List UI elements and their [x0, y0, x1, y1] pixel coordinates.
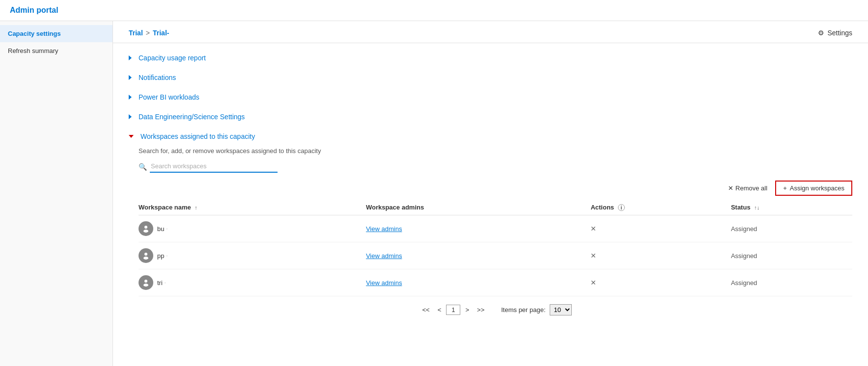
svg-point-5: [143, 284, 148, 287]
col-header-status: Status ↑↓: [731, 200, 852, 215]
workspace-name-cell: pp ·: [139, 248, 360, 263]
cell-name-bu: bu ·: [139, 215, 366, 242]
assign-label: Assign workspaces: [790, 184, 844, 192]
main-content: Trial > Trial- ⚙ Settings Capacity usage…: [113, 21, 868, 366]
section-header-power-bi-workloads[interactable]: Power BI workloads: [129, 88, 852, 106]
col-label-status: Status: [731, 204, 751, 211]
status-badge-pp: Assigned: [731, 252, 757, 260]
breadcrumb: Trial > Trial-: [129, 29, 169, 37]
cell-admins-tri: View admins: [366, 269, 590, 296]
search-row: 🔍: [139, 160, 852, 173]
section-header-capacity-usage-report[interactable]: Capacity usage report: [129, 49, 852, 67]
col-header-actions: Actions i: [590, 200, 730, 215]
search-input[interactable]: [150, 160, 278, 173]
sidebar-item-capacity-settings[interactable]: Capacity settings: [0, 25, 112, 42]
svg-point-2: [144, 253, 147, 256]
col-header-admins: Workspace admins: [366, 200, 590, 215]
workspace-name-cell: tri ·: [139, 275, 360, 290]
avatar: [139, 275, 153, 290]
pagination-next-button[interactable]: >: [462, 305, 472, 314]
cell-actions-tri: ✕: [590, 269, 730, 296]
svg-point-1: [143, 230, 148, 233]
section-header-workspaces-assigned[interactable]: Workspaces assigned to this capacity: [129, 128, 852, 145]
chevron-right-icon: [129, 114, 132, 119]
pagination-first-button[interactable]: <<: [419, 305, 432, 314]
section-label-workspaces-assigned: Workspaces assigned to this capacity: [140, 132, 255, 140]
cell-admins-pp: View admins: [366, 242, 590, 269]
sidebar: Capacity settings Refresh summary: [0, 21, 113, 366]
items-per-page-select[interactable]: 10 25 50: [550, 304, 572, 315]
chevron-right-icon: [129, 55, 132, 60]
view-admins-link-tri[interactable]: View admins: [366, 279, 402, 287]
search-icon: 🔍: [139, 163, 147, 171]
section-header-data-engineering[interactable]: Data Engineering/Science Settings: [129, 108, 852, 126]
section-label-notifications: Notifications: [139, 74, 176, 81]
svg-point-3: [143, 257, 148, 260]
sort-icon-name[interactable]: ↑: [195, 205, 197, 210]
pagination-prev-button[interactable]: <: [435, 305, 445, 314]
col-header-name: Workspace name ↑: [139, 200, 366, 215]
workspace-dot: ·: [166, 253, 168, 259]
app-title: Admin portal: [10, 6, 58, 14]
view-admins-link-pp[interactable]: View admins: [366, 252, 402, 260]
svg-point-4: [144, 280, 147, 283]
remove-all-label: Remove all: [735, 184, 767, 192]
cell-actions-bu: ✕: [590, 215, 730, 242]
sidebar-label-refresh-summary: Refresh summary: [8, 47, 58, 54]
table-header: Workspace name ↑ Workspace admins Action…: [139, 200, 852, 215]
sections-container: Capacity usage report Notifications Powe…: [113, 43, 868, 341]
sort-icon-status[interactable]: ↑↓: [754, 205, 759, 210]
items-per-page-label: Items per page:: [501, 306, 545, 314]
avatar: [139, 221, 153, 236]
pagination-last-button[interactable]: >>: [474, 305, 487, 314]
workspace-description: Search for, add, or remove workspaces as…: [139, 147, 852, 155]
cell-name-tri: tri ·: [139, 269, 366, 296]
gear-icon: ⚙: [818, 29, 824, 37]
pagination-row: << < 1 > >> Items per page: 10 25 50: [139, 296, 852, 323]
section-capacity-usage-report: Capacity usage report: [129, 49, 852, 67]
breadcrumb-separator: >: [146, 29, 150, 37]
settings-label: Settings: [827, 29, 852, 37]
top-bar: Admin portal: [0, 0, 868, 21]
remove-workspace-icon-tri[interactable]: ✕: [590, 279, 596, 287]
chevron-down-icon: [129, 135, 134, 138]
info-icon: i: [618, 204, 625, 211]
remove-workspace-icon-pp[interactable]: ✕: [590, 252, 596, 260]
section-data-engineering: Data Engineering/Science Settings: [129, 108, 852, 126]
toolbar-row: ✕ Remove all + Assign workspaces: [129, 181, 852, 196]
pagination-current-page: 1: [446, 305, 460, 315]
sidebar-label-capacity-settings: Capacity settings: [8, 30, 61, 37]
remove-all-button[interactable]: ✕ Remove all: [728, 184, 767, 192]
breadcrumb-current[interactable]: Trial-: [153, 29, 169, 37]
app-container: Admin portal Capacity settings Refresh s…: [0, 0, 868, 366]
workspace-name-bu: bu: [157, 225, 164, 233]
workspace-dot: ·: [165, 280, 166, 286]
main-layout: Capacity settings Refresh summary Trial …: [0, 21, 868, 366]
table-row: pp · View admins ✕: [139, 242, 852, 269]
section-label-capacity-usage-report: Capacity usage report: [139, 54, 206, 62]
view-admins-link-bu[interactable]: View admins: [366, 225, 402, 233]
svg-point-0: [144, 226, 147, 229]
table-row: bu · View admins ✕: [139, 215, 852, 242]
assign-workspaces-button[interactable]: + Assign workspaces: [775, 181, 852, 196]
cell-name-pp: pp ·: [139, 242, 366, 269]
settings-button[interactable]: ⚙ Settings: [818, 29, 852, 37]
workspace-dot: ·: [166, 226, 168, 232]
chevron-right-icon: [129, 75, 132, 80]
sidebar-item-refresh-summary[interactable]: Refresh summary: [0, 42, 112, 59]
content-header: Trial > Trial- ⚙ Settings: [113, 21, 868, 43]
cell-status-tri: Assigned: [731, 269, 852, 296]
workspace-name-tri: tri: [157, 279, 163, 287]
table-body: bu · View admins ✕: [139, 215, 852, 296]
workspace-name-pp: pp: [157, 252, 164, 260]
cell-actions-pp: ✕: [590, 242, 730, 269]
status-badge-bu: Assigned: [731, 225, 757, 233]
breadcrumb-root[interactable]: Trial: [129, 29, 143, 37]
cell-admins-bu: View admins: [366, 215, 590, 242]
workspace-name-cell: bu ·: [139, 221, 360, 236]
remove-workspace-icon-bu[interactable]: ✕: [590, 225, 596, 233]
avatar: [139, 248, 153, 263]
col-label-admins: Workspace admins: [366, 204, 424, 211]
plus-icon: +: [783, 184, 787, 192]
section-header-notifications[interactable]: Notifications: [129, 69, 852, 86]
